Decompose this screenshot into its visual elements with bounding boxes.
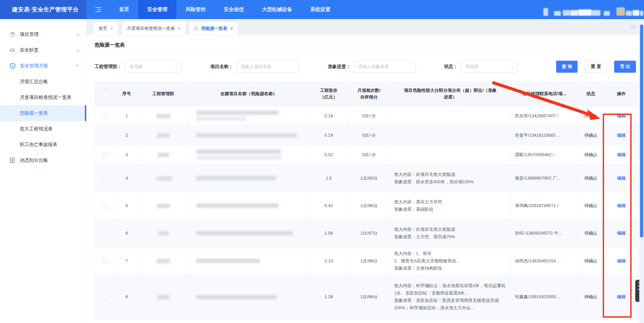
dept-redacted	[139, 219, 188, 247]
table-row: 30.520次/-分梁毅/13570559482 /待确认编辑	[95, 145, 639, 165]
column-header: 月巡检次数/ 自评得分	[348, 82, 390, 106]
edit-button[interactable]: 编辑	[617, 294, 626, 299]
inspection-count-score: 0次/-分	[348, 126, 390, 145]
project-cost: 0.18	[310, 106, 348, 126]
vertical-scrollbar-thumb[interactable]	[640, 24, 643, 238]
progress-input[interactable]: 请输入形象进度	[354, 61, 416, 73]
tab-hazard-source-list[interactable]: 危险源一览表 ×	[190, 22, 237, 35]
dept-redacted	[139, 145, 188, 165]
column-header: 操作	[604, 82, 639, 106]
sidebar-item-major-project-table[interactable]: 危大工程情况表	[0, 121, 86, 137]
top-nav: 首页 安全管理 风险管控 安全创优 大型机械设备 系统设置	[110, 0, 339, 19]
top-nav-safety-excellence[interactable]: 安全创优	[215, 0, 253, 19]
query-button[interactable]: 查 询	[556, 61, 578, 73]
dept-redacted	[139, 247, 188, 275]
close-icon[interactable]: ×	[178, 26, 180, 31]
tab-home[interactable]: 首页 ×	[94, 22, 118, 35]
row-checkbox[interactable]	[102, 152, 107, 157]
reset-button[interactable]: 重 置	[585, 61, 607, 73]
project-cost: 1.56	[310, 219, 348, 247]
project-cost: 0.52	[310, 145, 348, 165]
manager-contact: 邹鑫鑫/15914320500 ...	[511, 275, 578, 319]
sidebar-item-project-management[interactable]: 项目管理	[0, 26, 86, 42]
project-cost: 0.19	[310, 126, 348, 145]
sidebar-item-dynamic-deduction-ledger[interactable]: 动态扣分台账	[0, 152, 86, 168]
tab-monthly-inspection-list[interactable]: 月度项目检查情况一览表 ×	[122, 22, 185, 35]
page-content: 危险源一览表 工程管理部： 请选择 项目名称： 请输入项目名称 形象进度： 请输…	[87, 35, 644, 323]
row-checkbox[interactable]	[102, 259, 107, 264]
row-index: 7	[115, 247, 139, 275]
edit-button[interactable]: 编辑	[617, 203, 626, 208]
edit-button[interactable]: 编辑	[617, 152, 626, 157]
close-icon[interactable]: ×	[230, 26, 233, 31]
select-all-checkbox[interactable]	[102, 91, 107, 96]
refresh-icon[interactable]	[194, 26, 199, 30]
chevron-down-icon	[76, 48, 80, 51]
project-name-filter-label: 项目名称：	[210, 64, 233, 70]
row-checkbox[interactable]	[102, 133, 107, 138]
vertical-scrollbar-track[interactable]	[639, 19, 644, 323]
action-cell: 编辑	[604, 165, 639, 192]
row-checkbox[interactable]	[102, 295, 107, 300]
row-checkbox[interactable]	[102, 203, 107, 208]
sidebar-item-safety-duty[interactable]: 安全职责	[0, 42, 86, 58]
sidebar-item-hazard-source-list[interactable]: 危险源一览表	[0, 105, 86, 121]
row-checkbox[interactable]	[102, 176, 107, 181]
dept-filter-label: 工程管理部：	[95, 64, 122, 70]
top-nav-large-machinery[interactable]: 大型机械设备	[253, 0, 301, 19]
edit-button[interactable]: 编辑	[617, 258, 626, 263]
status-badge: 待确认	[578, 219, 604, 247]
row-index: 5	[115, 192, 139, 219]
menu-fold-icon	[95, 7, 101, 12]
project-cost: 0.42	[310, 192, 348, 219]
dept-filter-select[interactable]: 请选择	[125, 61, 181, 73]
sidebar-collapse-button[interactable]	[87, 0, 110, 19]
close-icon[interactable]: ×	[110, 26, 113, 31]
top-nav-safety-management[interactable]: 安全管理	[138, 0, 176, 19]
chevron-down-icon	[76, 32, 80, 36]
row-checkbox[interactable]	[102, 231, 107, 236]
export-button[interactable]: 导 出	[614, 61, 636, 73]
status-badge: 待确认	[578, 126, 604, 145]
hazard-detail	[390, 126, 511, 145]
edit-button[interactable]: 编辑	[617, 176, 626, 181]
manager-contact: 郑永恒/13428857407 /	[511, 106, 578, 126]
column-header	[95, 82, 115, 106]
user-info-redacted	[533, 0, 644, 19]
hazard-detail: 危大内容：基坑土方开挖形象进度：基础阶段	[390, 192, 511, 219]
sidebar-item-monthly-inspection-list[interactable]: 月度项目检查情况一览表	[0, 89, 86, 105]
top-nav-risk-control[interactable]: 风险管控	[176, 0, 215, 19]
manager-contact: 黄蔚/13889907902 广...	[511, 165, 578, 192]
row-checkbox[interactable]	[102, 114, 107, 119]
hazard-detail: 危大内容：科学城站点：清水池基坑深度4米，塔式起重机1台。东区加压站：支模搭设高…	[390, 275, 511, 319]
table-row: 50.421次/86分危大内容：基坑土方开挖形象进度：基础阶段卓伟枫/15918…	[95, 192, 639, 219]
top-nav-system-settings[interactable]: 系统设置	[301, 0, 339, 19]
progress-filter-label: 形象进度：	[328, 64, 351, 70]
chevron-down-icon	[511, 65, 514, 68]
status-filter-select[interactable]: 请选择	[461, 61, 518, 73]
inspection-count-score: 1次/88分	[348, 247, 390, 275]
dept-redacted	[139, 106, 188, 126]
hazard-detail: 危大内容：此项目无危大危险源形象进度：土方挖、填完成70%	[390, 219, 511, 247]
chevron-down-icon	[175, 65, 178, 68]
column-header: 项目危险性较大分部分项分布（超）部位/（形象 进度）	[390, 82, 511, 106]
sidebar-item-casualty-report[interactable]: 职工伤亡事故报表	[0, 137, 86, 152]
column-header: 状态	[578, 82, 604, 106]
sidebar-item-safety-monthly-report[interactable]: 安全管理月报	[0, 58, 86, 74]
row-index: 2	[115, 126, 139, 145]
edit-button[interactable]: 编辑	[617, 231, 626, 236]
edit-button[interactable]: 编辑	[617, 133, 626, 138]
dept-redacted	[139, 126, 188, 145]
status-badge: 待确认	[578, 247, 604, 275]
dept-redacted: -	[139, 165, 188, 192]
tab-lock-icon[interactable]	[630, 24, 637, 30]
table-row: 61.561次/87分危大内容：此项目无危大危险源形象进度：土方挖、填完成70%…	[95, 219, 639, 247]
project-name-redacted	[188, 126, 310, 145]
top-nav-home[interactable]: 首页	[110, 0, 138, 19]
dept-redacted	[139, 192, 188, 219]
edit-button[interactable]: 编辑	[617, 113, 626, 118]
sidebar-item-monthly-summary-ledger[interactable]: 月报汇总台账	[0, 74, 86, 89]
manager-contact: 卓伟枫/15918748571 /	[511, 192, 578, 219]
action-cell: 编辑	[604, 126, 639, 145]
project-name-input[interactable]: 请输入项目名称	[236, 61, 299, 73]
